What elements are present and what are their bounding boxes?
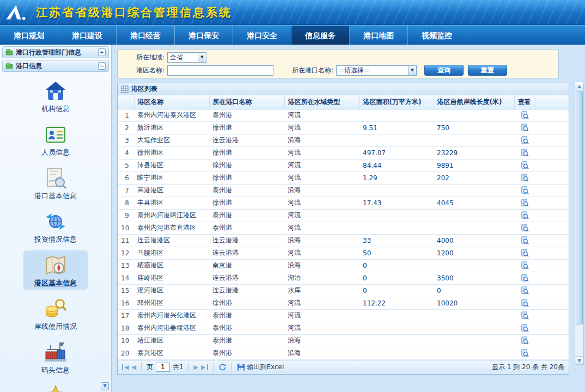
view-detail-icon[interactable]: [521, 224, 529, 232]
scrollbar-track[interactable]: [575, 90, 583, 356]
filler-cell: [535, 146, 569, 159]
table-row[interactable]: 7高港港区泰州港沿海: [118, 184, 569, 197]
cell-port-name: 徐州港: [209, 146, 284, 159]
view-detail-icon[interactable]: [521, 336, 529, 345]
view-detail-icon[interactable]: [521, 124, 529, 132]
expand-panel-button[interactable]: +: [98, 48, 106, 56]
table-row[interactable]: 1泰州内河港泰兴港区泰州港河流: [118, 109, 569, 121]
pagination-summary: 显示 1 到 20 条 共 20条: [492, 363, 564, 372]
sidebar-item[interactable]: 投资情况信息: [23, 207, 88, 246]
sidebar-scroll-down-button[interactable]: ▼: [101, 382, 109, 390]
cell-port-name: 连云港港: [209, 134, 284, 146]
nav-tab[interactable]: 港口规划: [0, 26, 58, 45]
table-row[interactable]: 2新沂港区徐州港河流9.51750: [118, 121, 569, 134]
table-row[interactable]: 12马腰港区连云港港河流501200: [118, 247, 569, 259]
table-row[interactable]: 20泰兴港区泰州港沿海: [118, 347, 569, 359]
next-page-button[interactable]: ▶: [194, 364, 198, 370]
sidebar-panel-admin-info[interactable]: 港口行政管理部门信息 +: [2, 46, 109, 58]
cell-port-name: 泰州港: [209, 109, 284, 121]
sidebar-item[interactable]: 人员信息: [23, 120, 88, 159]
table-row[interactable]: 8丰县港区徐州港河流17.434045: [118, 197, 569, 209]
vertical-scrollbar[interactable]: ▲ ▼: [575, 82, 584, 365]
view-detail-icon[interactable]: [521, 261, 529, 270]
nav-tab[interactable]: 信息服务: [291, 26, 350, 45]
table-row[interactable]: 6睢宁港区徐州港河流1.29202: [118, 171, 569, 184]
view-detail-icon[interactable]: [521, 236, 529, 244]
cell-water-type: 沿海: [284, 134, 359, 146]
table-row[interactable]: 16邳州港区徐州港河流112.2210020: [118, 297, 569, 309]
cell-water-type: 河流: [284, 146, 359, 159]
table-row[interactable]: 14庙岭港区连云港港湖泊03500: [118, 272, 569, 284]
table-row[interactable]: 11连云港港区连云港港沿海334000: [118, 234, 569, 247]
cell-port-name: 连云港港: [209, 284, 284, 297]
investment-info-icon: [44, 210, 68, 234]
table-row[interactable]: 10泰州内河港市直港区泰州港河流: [118, 222, 569, 234]
cell-shoreline-length: 10020: [434, 297, 514, 309]
port-name-select[interactable]: =请选择= ▼: [336, 65, 417, 76]
view-detail-icon[interactable]: [521, 199, 529, 207]
view-detail-icon[interactable]: [521, 149, 529, 157]
view-detail-icon[interactable]: [521, 311, 529, 320]
collapse-panel-button[interactable]: −: [98, 62, 106, 70]
view-detail-icon[interactable]: [521, 249, 529, 257]
query-button[interactable]: 查询: [424, 65, 464, 76]
view-detail-icon[interactable]: [521, 274, 529, 282]
view-detail-icon[interactable]: [521, 174, 529, 182]
cell-port-name: 泰州港: [209, 209, 284, 222]
table-row[interactable]: 19靖江港区泰州港沿海: [118, 334, 569, 347]
table-row[interactable]: 17泰州内河港兴化港区泰州港河流: [118, 309, 569, 322]
nav-tab[interactable]: 港口地图: [350, 26, 408, 45]
nav-tab[interactable]: 视频监控: [408, 26, 466, 45]
table-panel-header: 港区列表: [118, 83, 569, 95]
view-detail-icon[interactable]: [521, 161, 529, 169]
table-row[interactable]: 15灌河港区连云港港水库00: [118, 284, 569, 297]
view-detail-icon[interactable]: [521, 324, 529, 332]
cell-port-name: 徐州港: [209, 159, 284, 171]
table-row[interactable]: 4徐州港区徐州港河流497.0723229: [118, 146, 569, 159]
nav-tab[interactable]: 港口安全: [233, 26, 291, 45]
sidebar-item[interactable]: 岸线使用情况: [23, 294, 88, 333]
refresh-icon[interactable]: [218, 363, 227, 371]
cell-port-name: 连云港港: [209, 272, 284, 284]
table-row[interactable]: 18泰州内河港姜堰港区泰州港河流: [118, 322, 569, 334]
column-header: 查看: [514, 95, 535, 109]
view-detail-icon[interactable]: [521, 186, 529, 194]
cell-port-area-name: 泰州内河港靖江港区: [134, 209, 209, 222]
first-page-button[interactable]: ◀: [122, 364, 129, 370]
port-area-name-input[interactable]: [167, 65, 273, 76]
column-header: 港区自然岸线长度(米): [434, 95, 514, 109]
view-detail-icon[interactable]: [521, 111, 529, 119]
scroll-up-icon[interactable]: ▲: [575, 82, 583, 90]
view-detail-icon[interactable]: [521, 299, 529, 307]
cell-view: [514, 322, 535, 334]
nav-tab[interactable]: 港口建设: [58, 26, 117, 45]
sidebar-item[interactable]: 港口基本信息: [23, 163, 88, 203]
sidebar-item[interactable]: [23, 381, 88, 392]
reset-button[interactable]: 重置: [468, 65, 507, 76]
sidebar-item-label: 岸线使用情况: [34, 322, 77, 332]
export-excel-button[interactable]: 输出到Excel: [237, 363, 284, 372]
scrollbar-thumb[interactable]: [576, 91, 583, 324]
sidebar-item[interactable]: 港区基本信息: [23, 250, 88, 290]
table-row[interactable]: 9泰州内河港靖江港区泰州港河流: [118, 209, 569, 222]
sidebar-panel-port-info[interactable]: 港口信息 −: [2, 60, 109, 72]
sidebar-item[interactable]: 码头信息: [23, 338, 88, 377]
view-detail-icon[interactable]: [521, 349, 529, 357]
nav-tab[interactable]: 港口保安: [175, 26, 233, 45]
sidebar-item[interactable]: 机构信息: [23, 76, 88, 115]
table-row[interactable]: 3大堤作业区连云港港沿海: [118, 134, 569, 146]
view-detail-icon[interactable]: [521, 286, 529, 295]
last-page-button[interactable]: ▶: [201, 364, 208, 370]
region-select[interactable]: 全省 ▼: [167, 52, 206, 63]
view-detail-icon[interactable]: [521, 136, 529, 144]
view-detail-icon[interactable]: [521, 211, 529, 219]
partial-item-icon: [44, 384, 68, 392]
table-row[interactable]: 13栖霞港区南京港沿海0: [118, 259, 569, 272]
table-row[interactable]: 5沛县港区徐州港河流84.449891: [118, 159, 569, 171]
scroll-down-icon[interactable]: ▼: [575, 356, 583, 364]
row-number: 4: [118, 146, 134, 159]
page-number-input[interactable]: [156, 363, 170, 372]
filler-cell: [535, 159, 569, 171]
nav-tab[interactable]: 港口经营: [117, 26, 175, 45]
prev-page-button[interactable]: ◀: [131, 364, 136, 370]
